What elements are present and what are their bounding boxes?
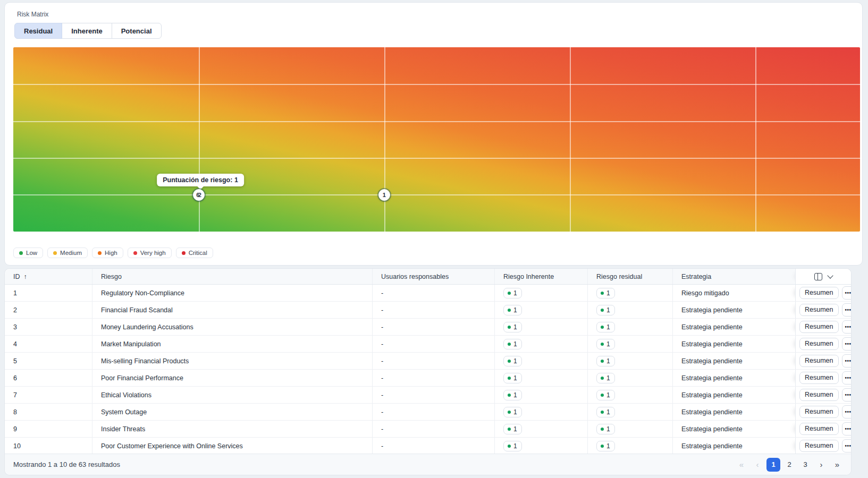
column-header-id[interactable]: ID ↑ [5, 269, 92, 284]
resumen-button[interactable]: Resumen [799, 406, 839, 418]
row-more-button[interactable]: ••• [842, 303, 852, 317]
row-more-button[interactable]: ••• [842, 371, 852, 385]
next-page-button[interactable]: › [814, 458, 828, 472]
badge-value: 1 [606, 357, 610, 365]
legend-item-medium[interactable]: Medium [47, 247, 88, 258]
legend-item-high[interactable]: High [92, 247, 123, 258]
risk-point-marker[interactable]: 62 [193, 189, 205, 201]
risk-level-badge: 1 [503, 373, 522, 383]
badge-dot [601, 309, 604, 312]
legend-label: Very high [140, 250, 166, 256]
risk-point-count: 62 [196, 192, 200, 198]
badge-dot [508, 326, 511, 329]
columns-settings-icon[interactable] [814, 273, 822, 280]
badge-dot [508, 411, 511, 414]
table-header-row: ID ↑ Riesgo Usuarios responsables Riesgo… [5, 269, 851, 285]
tab-inherente[interactable]: Inherente [62, 23, 112, 39]
first-page-button[interactable]: « [735, 458, 748, 472]
badge-value: 1 [606, 340, 610, 348]
risk-level-badge: 1 [503, 288, 522, 298]
cell-actions: Resumen••• [795, 404, 851, 420]
row-more-button[interactable]: ••• [842, 439, 852, 453]
cell-residual: 1 [588, 421, 673, 437]
tab-potencial[interactable]: Potencial [112, 23, 162, 39]
cell-residual: 1 [588, 353, 673, 369]
cell-inherente: 1 [495, 302, 588, 318]
cell-actions: Resumen••• [795, 438, 851, 454]
table-row: 10Poor Customer Experience with Online S… [5, 438, 851, 455]
cell-actions: Resumen••• [795, 336, 851, 352]
page-button-2[interactable]: 2 [782, 458, 796, 472]
grid-hline [13, 158, 860, 159]
badge-value: 1 [513, 408, 517, 416]
cell-estrategia: Estrategia pendiente [673, 302, 795, 318]
badge-dot [508, 343, 511, 346]
legend-item-very-high[interactable]: Very high [128, 247, 172, 258]
grid-hline [13, 84, 860, 85]
cell-actions: Resumen••• [795, 302, 851, 318]
risk-heatmap[interactable]: Puntuación de riesgo: 1 621 [13, 47, 860, 232]
risk-point-marker[interactable]: 1 [378, 189, 390, 201]
cell-riesgo: System Outage [92, 404, 373, 420]
resumen-button[interactable]: Resumen [799, 304, 839, 316]
cell-riesgo: Financial Fraud Scandal [92, 302, 373, 318]
cell-inherente: 1 [495, 319, 588, 335]
grid-hline [13, 194, 860, 195]
legend-color-dot [133, 251, 137, 255]
badge-value: 1 [513, 374, 517, 382]
risk-level-badge: 1 [503, 339, 522, 349]
table-row: 9Insider Threats-11Estrategia pendienteR… [5, 421, 851, 438]
cell-id: 8 [5, 404, 92, 420]
column-header-usuarios: Usuarios responsables [373, 269, 495, 284]
resumen-button[interactable]: Resumen [799, 355, 839, 367]
tab-residual[interactable]: Residual [14, 23, 62, 39]
row-more-button[interactable]: ••• [842, 388, 852, 402]
previous-page-button[interactable]: ‹ [751, 458, 764, 472]
cell-riesgo: Regulatory Non-Compliance [92, 285, 373, 301]
badge-value: 1 [513, 391, 517, 399]
row-more-button[interactable]: ••• [842, 354, 852, 368]
badge-value: 1 [606, 425, 610, 433]
resumen-button[interactable]: Resumen [799, 440, 839, 452]
cell-estrategia: Estrategia pendiente [673, 438, 795, 454]
page-button-1[interactable]: 1 [766, 458, 780, 472]
badge-value: 1 [513, 289, 517, 297]
cell-estrategia: Estrategia pendiente [673, 319, 795, 335]
last-page-button[interactable]: » [830, 458, 844, 472]
resumen-button[interactable]: Resumen [799, 287, 839, 299]
page-button-3[interactable]: 3 [798, 458, 812, 472]
row-more-button[interactable]: ••• [842, 422, 852, 436]
legend-item-low[interactable]: Low [13, 247, 43, 258]
resumen-button[interactable]: Resumen [799, 372, 839, 384]
resumen-button[interactable]: Resumen [799, 423, 839, 435]
badge-dot [601, 394, 604, 397]
table-row: 1Regulatory Non-Compliance-11Riesgo miti… [5, 285, 851, 302]
row-more-button[interactable]: ••• [842, 337, 852, 351]
cell-estrategia: Estrategia pendiente [673, 387, 795, 403]
cell-id: 6 [5, 370, 92, 386]
cell-usuarios: - [373, 438, 495, 454]
results-summary: Mostrando 1 a 10 de 63 resultados [13, 460, 120, 468]
badge-dot [508, 428, 511, 431]
row-more-button[interactable]: ••• [842, 286, 852, 300]
badge-value: 1 [606, 289, 610, 297]
cell-estrategia: Estrategia pendiente [673, 353, 795, 369]
cell-inherente: 1 [495, 370, 588, 386]
resumen-button[interactable]: Resumen [799, 321, 839, 333]
cell-usuarios: - [373, 336, 495, 352]
resumen-button[interactable]: Resumen [799, 338, 839, 350]
row-more-button[interactable]: ••• [842, 405, 852, 419]
risk-level-badge: 1 [503, 424, 522, 434]
badge-value: 1 [606, 442, 610, 450]
badge-dot [601, 343, 604, 346]
cell-inherente: 1 [495, 421, 588, 437]
chevron-down-icon[interactable] [827, 272, 833, 278]
resumen-button[interactable]: Resumen [799, 389, 839, 401]
badge-dot [508, 445, 511, 448]
badge-dot [601, 428, 604, 431]
legend-item-critical[interactable]: Critical [176, 247, 213, 258]
badge-dot [601, 292, 604, 295]
cell-inherente: 1 [495, 353, 588, 369]
sort-asc-icon[interactable]: ↑ [24, 273, 27, 280]
row-more-button[interactable]: ••• [842, 320, 852, 334]
